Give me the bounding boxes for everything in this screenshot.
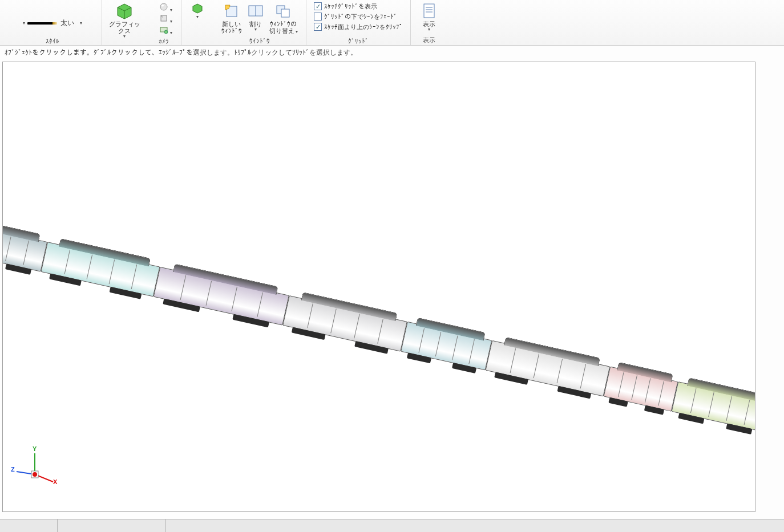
new-window-label-2: ｳｨﾝﾄﾞｳ [221,27,242,34]
train-bogie [232,314,269,328]
switch-label-1: ｳｨﾝﾄﾞｳの [270,21,297,27]
train-bogie [452,363,476,373]
camera-sphere-button[interactable]: ▾ [157,1,170,13]
graphics-button[interactable]: グラフィックス ▾ [106,1,143,40]
train-car-roof [617,362,673,383]
checkbox-checked-icon: ✓ [314,2,322,10]
train-bogie [557,386,592,399]
train-car [672,381,755,432]
ribbon-group-window: 新しい ｳｨﾝﾄﾞｳ 割り ▾ ｳｨﾝﾄﾞｳの 切り替え ▾ ｳｲﾝﾄﾞｳ [213,0,306,45]
checkbox-unchecked-icon [314,13,322,21]
axis-y-label: Y [33,445,37,452]
svg-point-7 [164,30,168,34]
train-car-roof [2,218,41,242]
train-car-roof [416,318,486,341]
axis-x-label: X [53,478,57,485]
show-sketch-grid-checkbox[interactable]: ✓ ｽｹｯﾁｸﾞﾘｯﾄﾞを表示 [312,1,379,11]
group-title-style: ｽﾀｲﾙ [3,38,102,44]
chk3-label: ｽｹｯﾁ面より上のｼｰﾝをｸﾘｯﾌﾟ [324,23,403,31]
ribbon-group-graphics: グラフィックス ▾ [102,0,147,45]
train-bogie [726,424,753,434]
train-car [282,295,407,352]
switch-label-2: 切り替え [269,27,294,34]
dropdown-arrow-icon: ▾ [294,29,298,34]
cube-green-icon [115,2,134,21]
dropdown-arrow-icon: ▾ [23,21,25,26]
train-bogie [110,287,142,299]
dropdown-arrow-icon: ▾ [254,27,257,32]
graphics-label: グラフィックス [108,21,141,34]
selection-hint-text: ｵﾌﾞｼﾞｪｸﾄをクリックします。ﾀﾞﾌﾞﾙクリックして、ｴｯｼﾞﾙｰﾌﾟを選択… [0,46,784,62]
ribbon-group-grid: ✓ ｽｹｯﾁｸﾞﾘｯﾄﾞを表示 ｸﾞﾘｯﾄﾞの下でｼｰﾝをﾌｪｰﾄﾞ ✓ ｽｹｯ… [306,0,411,45]
dropdown-arrow-icon: ▾ [196,15,199,19]
line-swatch-icon [27,22,57,25]
group-title-window: ｳｲﾝﾄﾞｳ [213,38,306,44]
body-visibility-button[interactable]: ▾ [189,1,206,21]
ribbon-group-geom: ▾ [181,0,213,45]
svg-point-2 [160,3,167,10]
group-title-camera: ｶﾒﾗ [147,38,181,44]
svg-rect-15 [424,4,434,18]
switch-window-icon [274,2,293,21]
train-bogie [644,405,664,415]
new-window-label-1: 新しい [222,21,241,27]
svg-rect-14 [281,9,289,17]
camera-cube-button[interactable]: ▾ [157,13,170,24]
train-bogie [678,413,704,424]
train-car-roof [301,292,397,321]
split-window-button[interactable]: 割り ▾ [244,1,267,33]
train-bogie [292,327,326,340]
split-window-icon [246,2,265,21]
clip-above-sketch-plane-checkbox[interactable]: ✓ ｽｹｯﾁ面より上のｼｰﾝをｸﾘｯﾌﾟ [312,22,405,32]
status-bar [0,519,784,532]
train-model [2,222,755,432]
train-bogie [5,263,31,274]
dropdown-arrow-icon: ▾ [123,34,126,39]
train-car-roof [173,263,278,295]
dropdown-arrow-icon: ▾ [80,21,82,26]
group-title-display: 表示 [411,36,447,44]
ribbon-group-display: 表示 ▾ 表示 [411,0,447,45]
train-car [41,242,160,297]
line-style-dropdown[interactable]: ▾ 太い ▾ [21,17,84,29]
axis-z-label: Z [11,466,15,473]
svg-marker-8 [193,4,202,13]
new-window-icon [223,2,241,21]
line-weight-label: 太い [60,18,74,28]
svg-point-23 [33,472,37,477]
checkbox-checked-icon: ✓ [314,23,322,31]
train-bogie [494,372,528,384]
group-title-grid: ｸﾞﾘｯﾄﾞ [306,38,410,44]
ribbon-group-style: ▾ 太い ▾ ｽﾀｲﾙ [3,0,102,45]
train-bogie [354,341,389,354]
train-bogie [407,352,431,363]
svg-point-3 [161,5,164,7]
camera-planar-button[interactable]: ▾ [157,24,170,35]
switch-window-button[interactable]: ｳｨﾝﾄﾞｳの 切り替え ▾ [267,1,300,35]
train-car [401,322,492,371]
train-car-roof [59,238,151,267]
train-car-roof [504,337,600,366]
train-car [604,367,678,412]
train-bogie [608,397,628,407]
axis-triad[interactable]: Y X Z [12,449,58,489]
cube-small-green-icon [191,2,204,15]
train-car [153,267,289,326]
chk2-label: ｸﾞﾘｯﾄﾞの下でｼｰﾝをﾌｪｰﾄﾞ [324,13,397,21]
train-car-roof [687,377,755,402]
dropdown-arrow-icon: ▾ [428,27,430,32]
document-icon [420,2,438,21]
train-bogie [163,299,200,312]
ribbon-toolbar: ▾ 太い ▾ ｽﾀｲﾙ グラフィックス ▾ [0,0,784,46]
train-bogie [49,273,82,286]
chk1-label: ｽｹｯﾁｸﾞﾘｯﾄﾞを表示 [324,2,377,11]
ribbon-group-camera: ▾ ▾ ▾ ｶﾒﾗ [147,0,181,45]
fade-scene-below-grid-checkbox[interactable]: ｸﾞﾘｯﾄﾞの下でｼｰﾝをﾌｪｰﾄﾞ [312,11,399,22]
new-window-button[interactable]: 新しい ｳｨﾝﾄﾞｳ [219,1,244,35]
3d-viewport[interactable]: Y X Z [2,62,755,512]
train-car [2,222,47,272]
train-car [486,340,611,397]
display-panel-button[interactable]: 表示 ▾ [418,1,441,33]
